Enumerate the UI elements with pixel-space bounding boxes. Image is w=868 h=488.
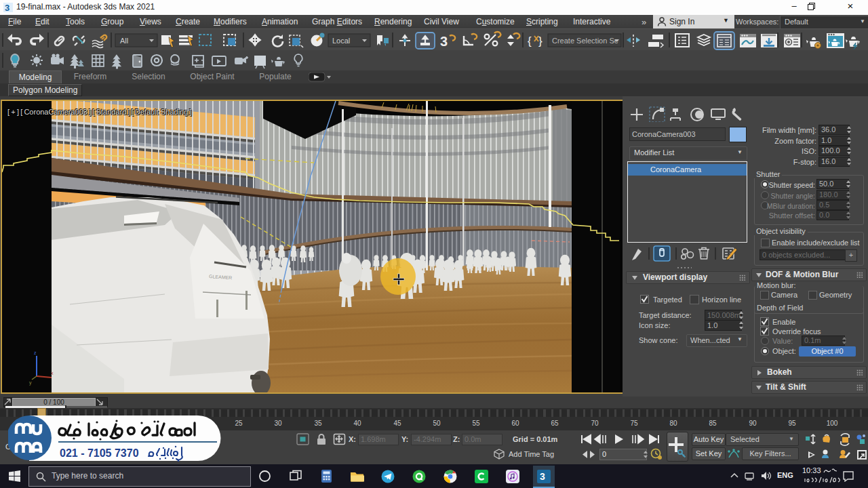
svg-text:y: y <box>29 380 32 386</box>
svg-text:{: { <box>528 35 532 47</box>
svg-text:50: 50 <box>433 420 441 427</box>
svg-text:25: 25 <box>235 420 243 427</box>
svg-text:35: 35 <box>314 420 322 427</box>
svg-text:3: 3 <box>5 3 9 13</box>
svg-text:65: 65 <box>551 420 559 427</box>
svg-text:Local: Local <box>332 37 350 45</box>
svg-text:3: 3 <box>540 471 545 482</box>
svg-text:45: 45 <box>393 420 401 427</box>
svg-text:All: All <box>120 37 128 45</box>
svg-text:75: 75 <box>630 420 638 427</box>
svg-text:90: 90 <box>749 420 757 427</box>
svg-text:100: 100 <box>827 420 838 427</box>
svg-text:x: x <box>51 371 54 375</box>
svg-text:95: 95 <box>788 420 796 427</box>
svg-text:021 - 7105 7370: 021 - 7105 7370 <box>60 447 139 459</box>
svg-text:z: z <box>34 350 37 355</box>
svg-text:85: 85 <box>709 420 717 427</box>
svg-text:40: 40 <box>353 420 361 427</box>
svg-text:Create Selection Se: Create Selection Se <box>552 37 618 45</box>
svg-text:55: 55 <box>472 420 480 427</box>
svg-text:30: 30 <box>274 420 282 427</box>
svg-text:3: 3 <box>440 34 448 49</box>
svg-text:80: 80 <box>669 420 677 427</box>
svg-text:60: 60 <box>511 420 519 427</box>
svg-text:}: } <box>538 35 542 47</box>
svg-text:70: 70 <box>591 420 599 427</box>
